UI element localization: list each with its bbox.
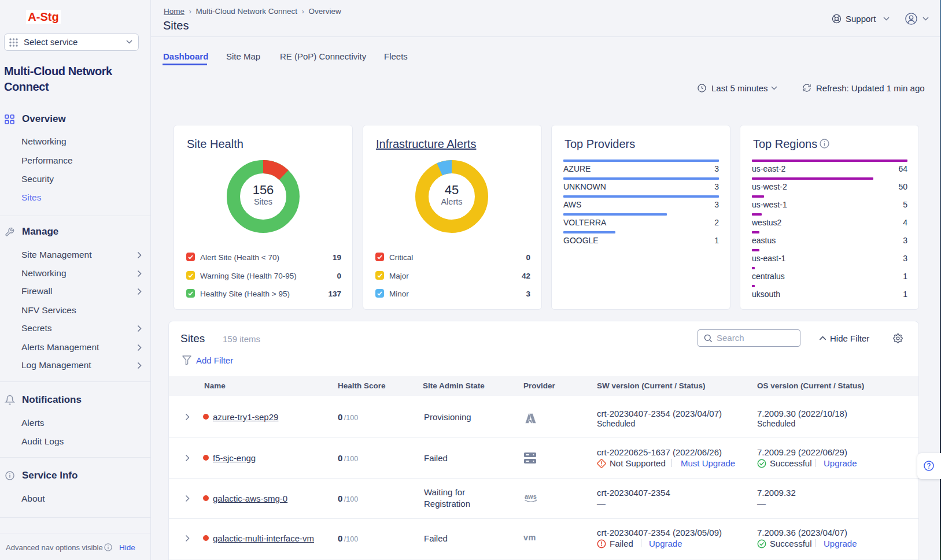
svg-text:aws: aws — [525, 493, 537, 500]
